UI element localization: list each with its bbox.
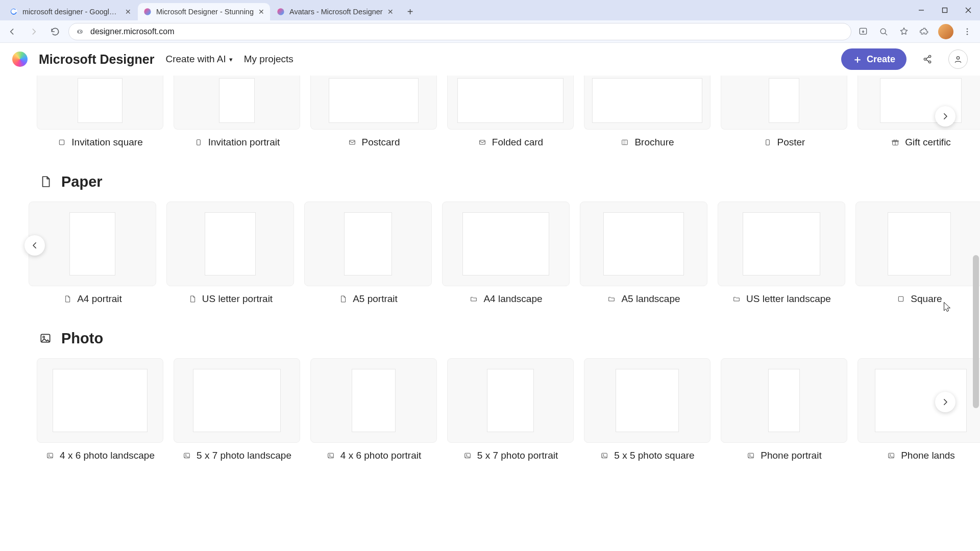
chrome-menu-icon[interactable] (961, 25, 974, 38)
section-title-text: Photo (61, 330, 103, 347)
vertical-scrollbar[interactable] (973, 87, 979, 505)
thumbnail-page (193, 369, 281, 432)
browser-tab-0[interactable]: microsoft designer - Google Se ✕ (4, 3, 137, 20)
template-label: 4 x 6 photo landscape (60, 450, 155, 461)
template-card[interactable]: US letter landscape (718, 202, 845, 305)
carousel-next-button[interactable] (935, 106, 955, 127)
template-card[interactable]: Invitation portrait (174, 76, 300, 148)
template-thumbnail (857, 358, 980, 443)
share-icon[interactable] (918, 49, 937, 69)
template-caption: 5 x 7 photo landscape (174, 450, 300, 461)
browser-tab-2[interactable]: Avatars - Microsoft Designer ✕ (271, 3, 399, 20)
app-viewport: Microsoft Designer Create with AI ▾ My p… (0, 43, 980, 551)
template-card[interactable]: Square (855, 202, 980, 305)
template-thumbnail (442, 202, 570, 286)
thumbnail-page (616, 369, 679, 432)
create-button[interactable]: ＋ Create (841, 48, 906, 70)
template-card[interactable]: 5 x 5 photo square (584, 358, 710, 461)
plus-icon: ＋ (852, 54, 863, 64)
image-icon (600, 451, 609, 460)
template-card[interactable]: A4 portrait (29, 202, 156, 305)
template-card[interactable]: 4 x 6 photo portrait (310, 358, 437, 461)
scrollbar-thumb[interactable] (973, 255, 979, 408)
portrait-icon (194, 138, 203, 147)
browser-tab-1[interactable]: Microsoft Designer - Stunning ✕ (138, 3, 270, 20)
template-caption: Poster (721, 137, 847, 148)
template-card[interactable]: A4 landscape (442, 202, 570, 305)
profile-avatar[interactable] (938, 24, 953, 39)
template-label: 4 x 6 photo portrait (340, 450, 421, 461)
thumbnail-page (743, 212, 820, 276)
template-card[interactable]: Poster (721, 76, 847, 148)
template-caption: 4 x 6 photo landscape (37, 450, 163, 461)
nav-my-projects[interactable]: My projects (244, 54, 293, 65)
nav-create-with-ai[interactable]: Create with AI ▾ (165, 54, 232, 65)
template-caption: 5 x 7 photo portrait (447, 450, 574, 461)
template-card[interactable]: Postcard (310, 76, 437, 148)
svg-rect-29 (766, 140, 769, 145)
image-icon (326, 451, 335, 460)
account-icon[interactable] (948, 49, 968, 69)
forward-button[interactable] (26, 23, 42, 40)
site-info-icon[interactable] (76, 27, 85, 36)
image-icon (887, 451, 896, 460)
square-icon (57, 138, 66, 147)
minimize-button[interactable] (910, 0, 933, 20)
template-caption: A4 landscape (442, 293, 570, 305)
svg-rect-4 (943, 8, 947, 13)
svg-rect-22 (60, 140, 64, 144)
template-label: 5 x 5 photo square (614, 450, 694, 461)
template-card[interactable]: Folded card (447, 76, 574, 148)
reload-button[interactable] (47, 23, 63, 40)
svg-point-13 (967, 28, 968, 30)
thumbnail-page (462, 212, 549, 276)
designer-logo[interactable] (12, 52, 28, 67)
template-card[interactable]: Gift certific (857, 76, 980, 148)
carousel-prev-button[interactable] (24, 235, 45, 256)
template-card[interactable]: US letter portrait (166, 202, 294, 305)
extensions-icon[interactable] (918, 25, 931, 38)
close-icon[interactable]: ✕ (387, 8, 394, 15)
template-label: 5 x 7 photo portrait (477, 450, 558, 461)
template-thumbnail (718, 202, 845, 286)
template-card[interactable]: Phone portrait (721, 358, 847, 461)
address-bar[interactable]: designer.microsoft.com (68, 23, 851, 40)
section-header-photo: Photo (0, 330, 980, 347)
thumbnail-page (592, 78, 702, 123)
template-card[interactable]: 5 x 7 photo portrait (447, 358, 574, 461)
mail-icon (348, 138, 357, 147)
template-card[interactable]: Brochure (584, 76, 710, 148)
image-icon (182, 451, 191, 460)
template-card[interactable]: A5 portrait (304, 202, 432, 305)
svg-point-49 (890, 455, 891, 456)
template-label: Brochure (634, 137, 674, 148)
carousel-next-button[interactable] (935, 392, 955, 412)
install-app-icon[interactable] (856, 25, 870, 38)
template-caption: Folded card (447, 137, 574, 148)
template-thumbnail (447, 358, 574, 443)
template-label: A4 portrait (77, 293, 122, 305)
zoom-icon[interactable] (877, 25, 890, 38)
bookmark-icon[interactable] (897, 25, 911, 38)
section-title-text: Paper (61, 173, 103, 190)
maximize-button[interactable] (933, 0, 957, 20)
template-card[interactable]: 4 x 6 photo landscape (37, 358, 163, 461)
new-tab-button[interactable]: + (403, 5, 418, 19)
browser-chrome: microsoft designer - Google Se ✕ Microso… (0, 0, 980, 43)
template-label: US letter landscape (746, 293, 831, 305)
svg-point-2 (277, 8, 284, 15)
template-card[interactable]: Phone lands (857, 358, 980, 461)
template-card[interactable]: 5 x 7 photo landscape (174, 358, 300, 461)
close-icon[interactable]: ✕ (125, 8, 132, 15)
close-window-button[interactable] (957, 0, 980, 20)
tab-title: Microsoft Designer - Stunning (156, 8, 254, 16)
close-icon[interactable]: ✕ (258, 8, 265, 15)
template-thumbnail (304, 202, 432, 286)
page-icon (39, 175, 53, 189)
brand-name[interactable]: Microsoft Designer (39, 52, 154, 67)
template-card[interactable]: Invitation square (37, 76, 163, 148)
svg-point-21 (957, 57, 959, 59)
template-card[interactable]: A5 landscape (580, 202, 707, 305)
back-button[interactable] (4, 23, 20, 40)
template-thumbnail (447, 76, 574, 130)
